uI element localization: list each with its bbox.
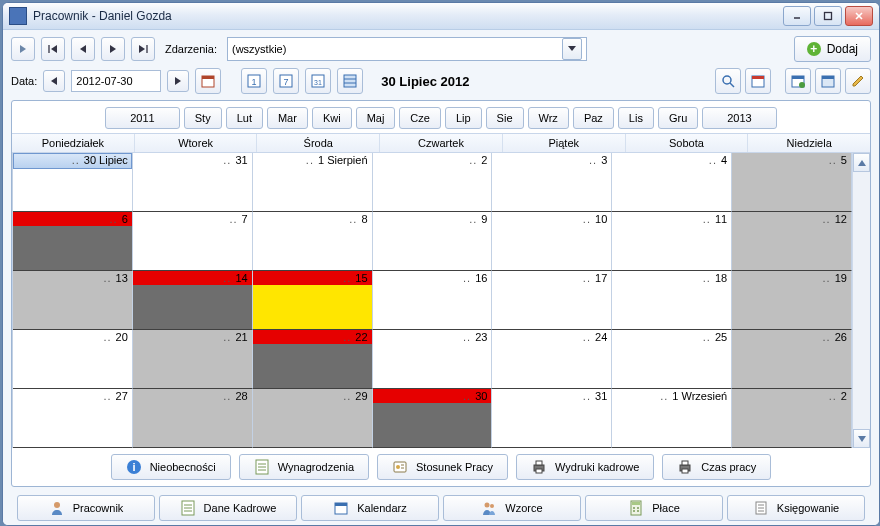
- play-button[interactable]: [11, 37, 35, 61]
- sheet-icon: [254, 459, 270, 475]
- calendar-cell[interactable]: .. 26: [732, 330, 852, 389]
- tab-wzorce[interactable]: Wzorce: [443, 495, 581, 521]
- month-button-sty[interactable]: Sty: [184, 107, 222, 129]
- calendar-cell[interactable]: .. 15: [253, 271, 373, 330]
- tool-cal-blue-icon[interactable]: [785, 68, 811, 94]
- month-button-cze[interactable]: Cze: [399, 107, 441, 129]
- date-input[interactable]: 2012-07-30: [71, 70, 161, 92]
- svg-marker-36: [858, 436, 866, 442]
- calendar-cell[interactable]: .. 11: [612, 212, 732, 271]
- combo-drop-icon[interactable]: [562, 38, 582, 60]
- minimize-button[interactable]: [783, 6, 811, 26]
- action-wynagrodzenia[interactable]: Wynagrodzenia: [239, 454, 369, 480]
- calendar-cell[interactable]: .. 21: [133, 330, 253, 389]
- events-label: Zdarzenia:: [161, 43, 221, 55]
- date-next-button[interactable]: [167, 70, 189, 92]
- calendar-cell[interactable]: .. 5: [732, 153, 852, 212]
- scroll-track[interactable]: [853, 172, 870, 429]
- view-grid-icon[interactable]: [337, 68, 363, 94]
- last-button[interactable]: [131, 37, 155, 61]
- tab-płace[interactable]: Płace: [585, 495, 723, 521]
- calendar-cell[interactable]: .. 13: [13, 271, 133, 330]
- calendar-cell[interactable]: .. 18: [612, 271, 732, 330]
- first-button[interactable]: [41, 37, 65, 61]
- calendar-grid: .. 30 Lipiec.. 31.. 1 Sierpień.. 2.. 3..…: [12, 153, 852, 448]
- edit-pencil-icon[interactable]: [845, 68, 871, 94]
- close-button[interactable]: [845, 6, 873, 26]
- month-button-wrz[interactable]: Wrz: [528, 107, 569, 129]
- calendar-cell[interactable]: .. 7: [133, 212, 253, 271]
- calendar-cell[interactable]: .. 31: [133, 153, 253, 212]
- add-label: Dodaj: [827, 42, 858, 56]
- calendar-cell[interactable]: .. 6: [13, 212, 133, 271]
- search-icon[interactable]: [715, 68, 741, 94]
- calendar-picker-icon[interactable]: [195, 68, 221, 94]
- tab-księgowanie[interactable]: Księgowanie: [727, 495, 865, 521]
- action-stosunek-pracy[interactable]: Stosunek Pracy: [377, 454, 508, 480]
- calendar-cell[interactable]: .. 30: [373, 389, 493, 448]
- action-nieobecności[interactable]: iNieobecności: [111, 454, 231, 480]
- calendar-cell[interactable]: .. 22: [253, 330, 373, 389]
- view-1-icon[interactable]: 1: [241, 68, 267, 94]
- window-title: Pracownik - Daniel Gozda: [33, 9, 783, 23]
- tab-kalendarz[interactable]: Kalendarz: [301, 495, 439, 521]
- scrollbar[interactable]: [852, 153, 870, 448]
- events-combo[interactable]: (wszystkie): [227, 37, 587, 61]
- svg-rect-59: [335, 503, 347, 506]
- svg-rect-28: [752, 76, 764, 79]
- calendar-cell[interactable]: .. 20: [13, 330, 133, 389]
- scroll-down-icon[interactable]: [853, 429, 870, 448]
- month-button-kwi[interactable]: Kwi: [312, 107, 352, 129]
- calendar-cell[interactable]: .. 3: [492, 153, 612, 212]
- view-7-icon[interactable]: 7: [273, 68, 299, 94]
- calendar-cell[interactable]: .. 12: [732, 212, 852, 271]
- svg-rect-63: [632, 502, 640, 505]
- toolbar-top: Zdarzenia: (wszystkie) + Dodaj: [11, 36, 871, 62]
- month-button-maj[interactable]: Maj: [356, 107, 396, 129]
- month-button-lis[interactable]: Lis: [618, 107, 654, 129]
- calendar-cell[interactable]: .. 23: [373, 330, 493, 389]
- calendar-cell[interactable]: .. 4: [612, 153, 732, 212]
- calendar-cell[interactable]: .. 19: [732, 271, 852, 330]
- month-button-sie[interactable]: Sie: [486, 107, 524, 129]
- calendar-cell[interactable]: .. 14: [133, 271, 253, 330]
- year-next-button[interactable]: 2013: [702, 107, 776, 129]
- next-button[interactable]: [101, 37, 125, 61]
- calendar-cell[interactable]: .. 8: [253, 212, 373, 271]
- day-header-cell: Piątek: [503, 134, 626, 152]
- calendar-cell[interactable]: .. 27: [13, 389, 133, 448]
- prev-button[interactable]: [71, 37, 95, 61]
- calendar-cell[interactable]: .. 2: [373, 153, 493, 212]
- calendar-cell[interactable]: .. 10: [492, 212, 612, 271]
- scroll-up-icon[interactable]: [853, 153, 870, 172]
- svg-text:i: i: [132, 461, 135, 473]
- month-button-lip[interactable]: Lip: [445, 107, 482, 129]
- calendar-cell[interactable]: .. 30 Lipiec: [13, 153, 133, 212]
- calendar-cell[interactable]: .. 29: [253, 389, 373, 448]
- maximize-button[interactable]: [814, 6, 842, 26]
- month-button-paz[interactable]: Paz: [573, 107, 614, 129]
- month-button-mar[interactable]: Mar: [267, 107, 308, 129]
- tab-pracownik[interactable]: Pracownik: [17, 495, 155, 521]
- calendar-cell[interactable]: .. 1 Wrzesień: [612, 389, 732, 448]
- year-prev-button[interactable]: 2011: [105, 107, 179, 129]
- calendar-cell[interactable]: .. 31: [492, 389, 612, 448]
- action-wydruki-kadrowe[interactable]: Wydruki kadrowe: [516, 454, 654, 480]
- calendar-cell[interactable]: .. 25: [612, 330, 732, 389]
- calendar-cell[interactable]: .. 17: [492, 271, 612, 330]
- calendar-cell[interactable]: .. 24: [492, 330, 612, 389]
- calendar-cell[interactable]: .. 2: [732, 389, 852, 448]
- add-button[interactable]: + Dodaj: [794, 36, 871, 62]
- tool-cal-plain-icon[interactable]: [815, 68, 841, 94]
- month-button-lut[interactable]: Lut: [226, 107, 263, 129]
- action-czas-pracy[interactable]: Czas pracy: [662, 454, 771, 480]
- calendar-cell[interactable]: .. 28: [133, 389, 253, 448]
- tab-dane-kadrowe[interactable]: Dane Kadrowe: [159, 495, 297, 521]
- calendar-cell[interactable]: .. 1 Sierpień: [253, 153, 373, 212]
- date-prev-button[interactable]: [43, 70, 65, 92]
- month-button-gru[interactable]: Gru: [658, 107, 698, 129]
- tool-cal-red-icon[interactable]: [745, 68, 771, 94]
- view-31-icon[interactable]: 31: [305, 68, 331, 94]
- calendar-cell[interactable]: .. 9: [373, 212, 493, 271]
- calendar-cell[interactable]: .. 16: [373, 271, 493, 330]
